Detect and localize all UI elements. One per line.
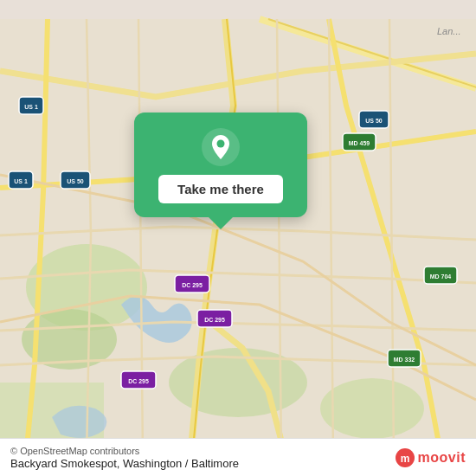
- take-me-there-button[interactable]: Take me there: [158, 175, 283, 203]
- svg-text:US 1: US 1: [24, 104, 38, 110]
- svg-text:US 1: US 1: [14, 178, 28, 184]
- svg-text:Lan...: Lan...: [437, 26, 461, 36]
- svg-text:US 50: US 50: [67, 178, 84, 184]
- svg-text:MD 704: MD 704: [430, 273, 452, 280]
- svg-text:DC 295: DC 295: [204, 317, 225, 323]
- svg-point-4: [320, 378, 424, 439]
- svg-text:m: m: [400, 452, 409, 464]
- osm-attribution: © OpenStreetMap contributors: [10, 446, 239, 456]
- svg-text:MD 459: MD 459: [349, 140, 370, 146]
- moovit-brand-icon: m: [396, 448, 415, 467]
- svg-text:US 50: US 50: [365, 118, 383, 124]
- bottom-bar: © OpenStreetMap contributors Backyard Sm…: [0, 438, 476, 476]
- map-background: US 1 US 1 US 50 US 50 MD 459 MD 704 MD 3…: [0, 0, 476, 476]
- svg-text:MD 332: MD 332: [394, 357, 415, 363]
- map-container: US 1 US 1 US 50 US 50 MD 459 MD 704 MD 3…: [0, 0, 476, 476]
- location-pin-icon: [202, 128, 240, 166]
- moovit-brand-label: moovit: [418, 450, 466, 466]
- location-name: Backyard Smokespot, Washington / Baltimo…: [10, 457, 239, 470]
- popup-card: Take me there: [134, 113, 307, 217]
- moovit-logo: m moovit: [396, 448, 466, 467]
- svg-point-28: [217, 140, 225, 148]
- svg-text:DC 295: DC 295: [182, 282, 203, 288]
- svg-text:DC 295: DC 295: [128, 378, 149, 384]
